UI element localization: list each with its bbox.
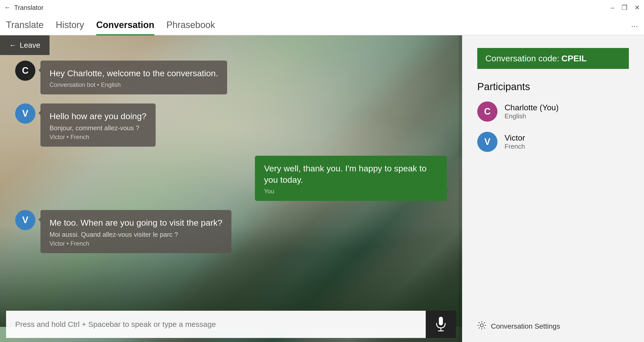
message-row: V Me too. When are you going to visit th…	[15, 210, 447, 253]
message-bubble: Hey Charlotte, welcome to the conversati…	[40, 61, 227, 94]
message-meta: Victor • French	[50, 240, 222, 247]
chat-area: ← Leave C Hey Charlotte, welcome to the …	[0, 35, 462, 342]
conversation-settings-button[interactable]: Conversation Settings	[477, 311, 629, 332]
svg-point-3	[480, 324, 483, 327]
message-input[interactable]	[6, 311, 426, 338]
participant-name: Victor	[505, 133, 525, 143]
gear-icon	[477, 321, 486, 332]
participant-avatar: V	[477, 132, 497, 152]
avatar: C	[15, 61, 35, 81]
chat-messages: C Hey Charlotte, welcome to the conversa…	[0, 35, 462, 307]
tab-history[interactable]: History	[56, 15, 84, 35]
tab-conversation[interactable]: Conversation	[96, 15, 154, 35]
tab-phrasebook[interactable]: Phrasebook	[166, 15, 215, 35]
message-meta: You	[264, 188, 438, 195]
minimize-button[interactable]: –	[611, 4, 614, 12]
participant-item: V Victor French	[477, 132, 629, 152]
leave-button[interactable]: ← Leave	[0, 35, 50, 55]
message-row: C Hey Charlotte, welcome to the conversa…	[15, 61, 447, 94]
svg-rect-0	[439, 317, 443, 325]
message-main-text: Hey Charlotte, welcome to the conversati…	[50, 68, 218, 79]
tab-translate[interactable]: Translate	[6, 15, 44, 35]
maximize-button[interactable]: ❐	[622, 4, 627, 12]
scrollbar-thumb[interactable]	[459, 158, 462, 178]
message-bubble: Hello how are you doing? Bonjour, commen…	[40, 103, 156, 147]
participant-name: Charlotte (You)	[505, 103, 559, 112]
participant-item: C Charlotte (You) English	[477, 101, 629, 122]
participant-language: French	[505, 143, 525, 150]
leave-label: Leave	[20, 41, 40, 49]
window-controls: – ❐ ✕	[611, 4, 640, 12]
message-main-text: Hello how are you doing?	[50, 111, 147, 122]
conversation-code-bar: Conversation code: CPEIL	[477, 48, 629, 69]
app-title: Translator	[14, 4, 43, 12]
avatar: V	[15, 210, 35, 230]
input-area	[0, 307, 462, 342]
participant-language: English	[505, 112, 559, 120]
participant-info: Victor French	[505, 133, 525, 150]
titlebar-left: ← Translator	[4, 4, 43, 12]
settings-gear-icon	[477, 321, 486, 330]
participant-info: Charlotte (You) English	[505, 103, 559, 120]
message-row: Very well, thank you. I'm happy to speak…	[15, 156, 447, 201]
more-options-button[interactable]: ···	[631, 21, 638, 35]
participant-avatar: C	[477, 101, 497, 122]
message-sub-text: Moi aussi. Quand allez-vous visiter le p…	[50, 231, 222, 239]
titlebar: ← Translator – ❐ ✕	[0, 0, 644, 15]
microphone-button[interactable]	[426, 311, 456, 338]
nav-tabs: Translate History Conversation Phraseboo…	[0, 15, 644, 35]
avatar: V	[15, 103, 35, 124]
leave-arrow-icon: ←	[9, 41, 17, 49]
message-row: V Hello how are you doing? Bonjour, comm…	[15, 103, 447, 147]
message-meta: Conversation bot • English	[50, 81, 218, 88]
close-button[interactable]: ✕	[634, 4, 640, 12]
participants-heading: Participants	[477, 81, 629, 92]
conv-code-value: CPEIL	[561, 54, 587, 63]
microphone-icon	[435, 316, 447, 333]
conv-settings-label: Conversation Settings	[491, 322, 560, 330]
right-panel: Conversation code: CPEIL Participants C …	[462, 35, 644, 342]
conv-code-label: Conversation code:	[485, 54, 559, 63]
message-main-text: Me too. When are you going to visit the …	[50, 217, 222, 228]
scrollbar-track[interactable]	[459, 35, 462, 342]
message-sub-text: Bonjour, comment allez-vous ?	[50, 124, 147, 132]
back-button[interactable]: ←	[4, 4, 11, 12]
message-bubble: Very well, thank you. I'm happy to speak…	[255, 156, 447, 201]
main-layout: ← Leave C Hey Charlotte, welcome to the …	[0, 35, 644, 342]
message-main-text: Very well, thank you. I'm happy to speak…	[264, 163, 438, 185]
message-meta: Victor • French	[50, 134, 147, 141]
message-bubble: Me too. When are you going to visit the …	[40, 210, 231, 253]
